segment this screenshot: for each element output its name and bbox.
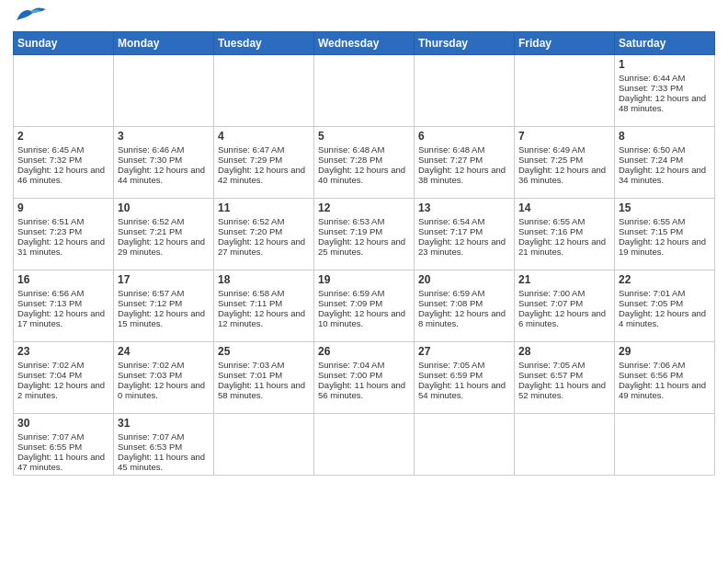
sunrise-text: Sunrise: 6:45 AM [17,144,109,155]
calendar-cell: 22Sunrise: 7:01 AMSunset: 7:05 PMDayligh… [615,270,715,342]
sunrise-text: Sunrise: 6:51 AM [17,216,109,226]
calendar-cell: 27Sunrise: 7:05 AMSunset: 6:59 PMDayligh… [415,342,515,414]
sunrise-text: Sunrise: 6:46 AM [118,144,210,155]
daylight-text: Daylight: 11 hours and 45 minutes. [118,452,210,472]
logo-bird-icon [15,4,48,24]
sunset-text: Sunset: 6:53 PM [118,442,210,452]
daylight-text: Daylight: 12 hours and 27 minutes. [218,236,310,257]
calendar-cell: 28Sunrise: 7:05 AMSunset: 6:57 PMDayligh… [515,342,615,414]
day-number: 8 [619,130,711,143]
day-number: 4 [218,130,310,143]
daylight-text: Daylight: 12 hours and 19 minutes. [619,236,711,257]
calendar-cell [515,55,615,127]
calendar-cell: 21Sunrise: 7:00 AMSunset: 7:07 PMDayligh… [515,270,615,342]
sunset-text: Sunset: 7:03 PM [118,370,210,380]
daylight-text: Daylight: 12 hours and 12 minutes. [218,308,310,328]
daylight-text: Daylight: 12 hours and 40 minutes. [318,165,410,185]
daylight-text: Daylight: 11 hours and 47 minutes. [17,452,109,472]
sunset-text: Sunset: 7:08 PM [418,298,510,308]
sunset-text: Sunset: 7:30 PM [118,155,210,165]
day-number: 23 [17,345,109,358]
sunset-text: Sunset: 7:28 PM [318,155,410,165]
sunrise-text: Sunrise: 6:55 AM [518,216,610,226]
daylight-text: Daylight: 12 hours and 36 minutes. [518,165,610,185]
calendar-cell: 9Sunrise: 6:51 AMSunset: 7:23 PMDaylight… [14,199,114,270]
calendar-cell: 3Sunrise: 6:46 AMSunset: 7:30 PMDaylight… [114,127,214,199]
day-number: 30 [17,417,109,430]
calendar-cell: 11Sunrise: 6:52 AMSunset: 7:20 PMDayligh… [214,199,314,270]
sunset-text: Sunset: 7:21 PM [118,226,210,236]
daylight-text: Daylight: 12 hours and 44 minutes. [118,165,210,185]
sunrise-text: Sunrise: 6:57 AM [118,288,210,298]
sunset-text: Sunset: 7:19 PM [318,226,410,236]
daylight-text: Daylight: 11 hours and 49 minutes. [619,380,711,400]
sunrise-text: Sunrise: 6:52 AM [118,216,210,226]
calendar-cell: 14Sunrise: 6:55 AMSunset: 7:16 PMDayligh… [515,199,615,270]
calendar-cell: 5Sunrise: 6:48 AMSunset: 7:28 PMDaylight… [314,127,415,199]
day-number: 12 [318,201,410,214]
sunrise-text: Sunrise: 7:07 AM [118,431,210,442]
day-number: 25 [218,345,310,358]
calendar-cell: 7Sunrise: 6:49 AMSunset: 7:25 PMDaylight… [515,127,615,199]
sunset-text: Sunset: 7:24 PM [619,155,711,165]
calendar-cell [314,55,415,127]
day-number: 3 [118,130,210,143]
day-number: 18 [218,273,310,286]
sunrise-text: Sunrise: 7:07 AM [17,431,109,442]
calendar-table: SundayMondayTuesdayWednesdayThursdayFrid… [13,31,715,476]
day-number: 10 [118,201,210,214]
day-number: 2 [17,130,109,143]
calendar-cell [515,414,615,476]
calendar-cell: 24Sunrise: 7:02 AMSunset: 7:03 PMDayligh… [114,342,214,414]
calendar-cell: 8Sunrise: 6:50 AMSunset: 7:24 PMDaylight… [615,127,715,199]
day-number: 14 [518,201,610,214]
col-header-wednesday: Wednesday [314,32,415,55]
daylight-text: Daylight: 11 hours and 54 minutes. [418,380,510,400]
sunset-text: Sunset: 7:17 PM [418,226,510,236]
sunset-text: Sunset: 7:32 PM [17,155,109,165]
calendar-cell: 1Sunrise: 6:44 AMSunset: 7:33 PMDaylight… [615,55,715,127]
daylight-text: Daylight: 11 hours and 52 minutes. [518,380,610,400]
day-number: 27 [418,345,510,358]
sunrise-text: Sunrise: 6:53 AM [318,216,410,226]
day-number: 15 [619,201,711,214]
calendar-cell: 25Sunrise: 7:03 AMSunset: 7:01 PMDayligh… [214,342,314,414]
day-number: 16 [17,273,109,286]
sunrise-text: Sunrise: 6:49 AM [518,144,610,155]
calendar-cell: 19Sunrise: 6:59 AMSunset: 7:09 PMDayligh… [314,270,415,342]
daylight-text: Daylight: 12 hours and 10 minutes. [318,308,410,328]
sunrise-text: Sunrise: 6:56 AM [17,288,109,298]
sunset-text: Sunset: 7:05 PM [619,298,711,308]
calendar-cell [415,55,515,127]
sunset-text: Sunset: 7:29 PM [218,155,310,165]
sunset-text: Sunset: 7:11 PM [218,298,310,308]
calendar-cell: 18Sunrise: 6:58 AMSunset: 7:11 PMDayligh… [214,270,314,342]
daylight-text: Daylight: 11 hours and 56 minutes. [318,380,410,400]
calendar-cell [314,414,415,476]
calendar-cell [214,55,314,127]
day-number: 7 [518,130,610,143]
sunrise-text: Sunrise: 6:47 AM [218,144,310,155]
col-header-monday: Monday [114,32,214,55]
day-number: 26 [318,345,410,358]
calendar-cell [615,414,715,476]
calendar-cell: 2Sunrise: 6:45 AMSunset: 7:32 PMDaylight… [14,127,114,199]
sunrise-text: Sunrise: 6:48 AM [318,144,410,155]
sunrise-text: Sunrise: 6:54 AM [418,216,510,226]
sunset-text: Sunset: 7:07 PM [518,298,610,308]
daylight-text: Daylight: 12 hours and 48 minutes. [619,93,711,113]
sunrise-text: Sunrise: 7:00 AM [518,288,610,298]
day-number: 11 [218,201,310,214]
sunrise-text: Sunrise: 6:50 AM [619,144,711,155]
col-header-saturday: Saturday [615,32,715,55]
daylight-text: Daylight: 12 hours and 17 minutes. [17,308,109,328]
daylight-text: Daylight: 12 hours and 15 minutes. [118,308,210,328]
calendar-cell: 20Sunrise: 6:59 AMSunset: 7:08 PMDayligh… [415,270,515,342]
day-number: 1 [619,58,711,71]
calendar-cell [14,55,114,127]
sunset-text: Sunset: 7:16 PM [518,226,610,236]
sunrise-text: Sunrise: 6:58 AM [218,288,310,298]
sunset-text: Sunset: 7:01 PM [218,370,310,380]
sunrise-text: Sunrise: 6:55 AM [619,216,711,226]
day-number: 22 [619,273,711,286]
